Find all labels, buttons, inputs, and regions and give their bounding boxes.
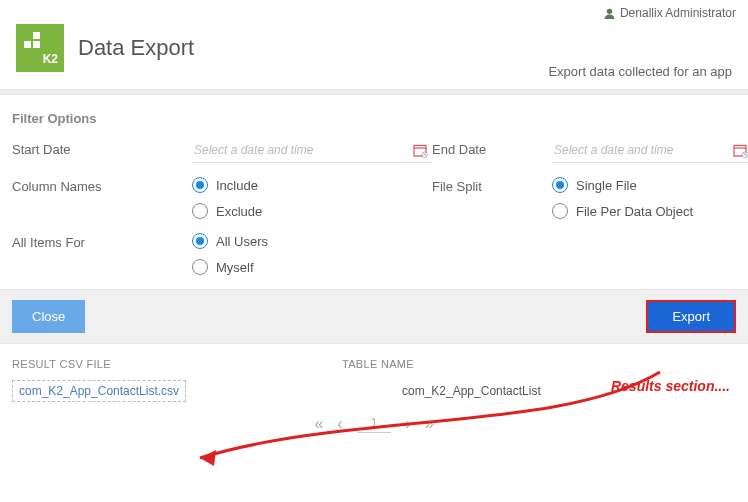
result-file-link[interactable]: com_K2_App_ContactList.csv — [12, 380, 186, 402]
pager-page-input[interactable]: 1 — [357, 414, 392, 433]
export-button[interactable]: Export — [646, 300, 736, 333]
all-items-for-group: All Users Myself — [192, 233, 432, 275]
radio-include-label: Include — [216, 178, 258, 193]
all-items-for-label: All Items For — [12, 233, 192, 250]
radio-single-file[interactable]: Single File — [552, 177, 748, 193]
radio-include[interactable]: Include — [192, 177, 432, 193]
col-file-header: RESULT CSV FILE — [12, 358, 342, 370]
close-button[interactable]: Close — [12, 300, 85, 333]
radio-exclude[interactable]: Exclude — [192, 203, 432, 219]
page-subtitle: Export data collected for an app — [0, 64, 736, 79]
user-icon — [603, 7, 616, 20]
app-logo: K2 — [16, 24, 64, 72]
user-name: Denallix Administrator — [620, 6, 736, 20]
end-date-input[interactable]: Select a date and time — [552, 140, 748, 163]
annotation-text: Results section.... — [611, 378, 730, 394]
radio-all-users-label: All Users — [216, 234, 268, 249]
results-header: RESULT CSV FILE TABLE NAME — [0, 344, 748, 378]
pager-next-icon[interactable]: › — [405, 415, 410, 433]
action-bar: Close Export — [0, 289, 748, 344]
end-date-label: End Date — [432, 140, 552, 157]
radio-file-per-object-label: File Per Data Object — [576, 204, 693, 219]
start-date-input[interactable]: Select a date and time — [192, 140, 432, 163]
result-table-name: com_K2_App_ContactList — [342, 384, 541, 398]
radio-file-per-object[interactable]: File Per Data Object — [552, 203, 748, 219]
radio-myself[interactable]: Myself — [192, 259, 432, 275]
start-date-label: Start Date — [12, 140, 192, 157]
filter-grid: Start Date Select a date and time End Da… — [0, 136, 748, 289]
radio-single-file-label: Single File — [576, 178, 637, 193]
svg-point-0 — [607, 8, 612, 13]
file-split-label: File Split — [432, 177, 552, 194]
filter-options-title: Filter Options — [0, 95, 748, 136]
pager: « ‹ 1 › » — [0, 408, 748, 437]
results-row: com_K2_App_ContactList.csv com_K2_App_Co… — [0, 378, 748, 408]
page-title: Data Export — [78, 35, 732, 61]
radio-exclude-label: Exclude — [216, 204, 262, 219]
pager-prev-icon[interactable]: ‹ — [337, 415, 342, 433]
calendar-icon[interactable] — [412, 142, 428, 158]
start-date-placeholder: Select a date and time — [194, 143, 313, 157]
radio-myself-label: Myself — [216, 260, 254, 275]
user-info[interactable]: Denallix Administrator — [0, 0, 748, 20]
col-table-header: TABLE NAME — [342, 358, 414, 370]
calendar-icon[interactable] — [732, 142, 748, 158]
pager-last-icon[interactable]: » — [425, 415, 434, 433]
pager-first-icon[interactable]: « — [314, 415, 323, 433]
column-names-group: Include Exclude — [192, 177, 432, 219]
end-date-placeholder: Select a date and time — [554, 143, 673, 157]
radio-all-users[interactable]: All Users — [192, 233, 432, 249]
column-names-label: Column Names — [12, 177, 192, 194]
file-split-group: Single File File Per Data Object — [552, 177, 748, 219]
